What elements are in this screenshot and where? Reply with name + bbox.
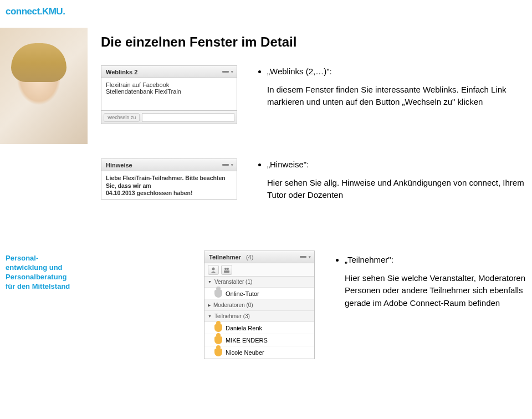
decorative-photo [0,28,88,144]
bullet-hinweise: „Hinweise": Hier sehen Sie allg. Hinweis… [254,159,525,202]
bullet-weblinks: „Weblinks (2,…)": In diesem Fenster find… [254,65,525,109]
panel-controls: ▾ [222,163,233,167]
panel-dropdown-icon[interactable]: ▾ [309,255,311,259]
wechseln-button[interactable]: Wechseln zu [104,113,140,122]
participant-name: Online-Tutor [226,290,259,297]
svg-point-0 [212,267,215,270]
tagline-line-1: Personal- [6,254,83,263]
wechseln-url-field[interactable] [142,113,234,122]
bullet-teilnehmer: „Teilnehmer": Hier sehen Sie welche Vera… [331,254,525,309]
group-moderatoren[interactable]: ▶ Moderatoren (0) [204,300,314,311]
group-veranstalter-label: Veranstalter (1) [214,279,252,285]
weblinks-title: Weblinks 2 [106,69,222,75]
participant-row[interactable]: MIKE ENDERS [204,334,314,346]
group-moderatoren-label: Moderatoren (0) [213,302,253,308]
weblinks-panel-header: Weblinks 2 ▾ [101,66,237,78]
participant-name: Daniela Renk [226,325,262,331]
weblinks-body: Flexitrain auf Facebook Stellendatenbank… [101,78,237,110]
weblink-item-2[interactable]: Stellendatenbank FlexiTrain [106,88,232,95]
bullet-weblinks-desc: In diesem Fenster finden Sie interessant… [267,84,525,109]
teilnehmer-title-text: Teilnehmer [209,254,241,260]
svg-point-2 [227,268,229,270]
participant-name: Nicole Neuber [226,349,264,356]
hinweise-title: Hinweise [106,162,222,168]
hinweise-msg-line-2: 04.10.2013 geschlossen haben! [106,190,232,197]
panel-controls: ▾ [222,70,233,74]
panel-dropdown-icon[interactable]: ▾ [231,70,233,74]
tagline-line-3: Personalberatung [6,273,83,282]
chevron-down-icon: ▼ [208,280,212,284]
teilnehmer-count: (4) [246,254,253,260]
tagline-line-4: für den Mittelstand [6,282,83,292]
bullet-teilnehmer-desc: Hier sehen Sie welche Veranstalter, Mode… [345,272,525,310]
toolbar-btn-1[interactable] [208,265,219,275]
bullet-weblinks-title: „Weblinks (2,…)": [267,65,525,78]
participant-row[interactable]: Nicole Neuber [204,346,314,359]
teilnehmer-panel-header: Teilnehmer (4) ▾ [204,251,314,263]
bullet-hinweise-desc: Hier sehen Sie allg. Hinweise und Ankünd… [267,177,525,202]
teilnehmer-toolbar [204,263,314,277]
chevron-down-icon: ▼ [208,314,212,318]
teilnehmer-panel: Teilnehmer (4) ▾ ▼ Veranstalter (1) Onli… [204,251,315,359]
panel-menu-icon[interactable] [222,71,229,73]
hinweise-body: Liebe FlexiTrain-Teilnehmer. Bitte beach… [101,171,237,199]
hinweise-panel: Hinweise ▾ Liebe FlexiTrain-Teilnehmer. … [101,159,237,200]
page-title: Die einzelnen Fenster im Detail [101,34,296,50]
bullet-teilnehmer-title: „Teilnehmer": [345,254,525,267]
hinweise-msg-line-1: Liebe FlexiTrain-Teilnehmer. Bitte beach… [106,175,232,190]
svg-rect-3 [224,270,229,273]
panel-controls: ▾ [300,255,311,259]
svg-point-1 [224,268,227,270]
logo-dot: . [63,6,65,17]
sidebar: connect.KMU. Personal- entwicklung und P… [0,0,88,419]
group-teilnehmer[interactable]: ▼ Teilnehmer (3) [204,311,314,322]
group-veranstalter[interactable]: ▼ Veranstalter (1) [204,277,314,288]
person-icon [214,324,222,332]
weblink-item-1[interactable]: Flexitrain auf Facebook [106,81,232,88]
panel-menu-icon[interactable] [222,164,229,166]
logo: connect.KMU. [6,7,65,16]
logo-connect: connect. [6,6,42,17]
panel-dropdown-icon[interactable]: ▾ [231,163,233,167]
person-icon [214,290,222,298]
hinweise-panel-header: Hinweise ▾ [101,159,237,171]
logo-kmu: KMU [42,6,63,17]
teilnehmer-title: Teilnehmer (4) [209,254,300,260]
panel-menu-icon[interactable] [300,256,306,258]
person-icon [214,336,222,344]
weblinks-panel: Weblinks 2 ▾ Flexitrain auf Facebook Ste… [101,65,237,124]
sidebar-tagline: Personal- entwicklung und Personalberatu… [6,254,83,292]
toolbar-btn-2[interactable] [221,265,232,275]
participant-row-tutor[interactable]: Online-Tutor [204,288,314,300]
participant-row[interactable]: Daniela Renk [204,322,314,334]
participant-name: MIKE ENDERS [226,337,268,344]
tagline-line-2: entwicklung und [6,263,83,273]
person-icon [214,349,222,356]
weblinks-footer: Wechseln zu [101,110,237,124]
group-teilnehmer-label: Teilnehmer (3) [214,313,250,319]
bullet-hinweise-title: „Hinweise": [267,159,525,171]
chevron-right-icon: ▶ [208,303,211,308]
